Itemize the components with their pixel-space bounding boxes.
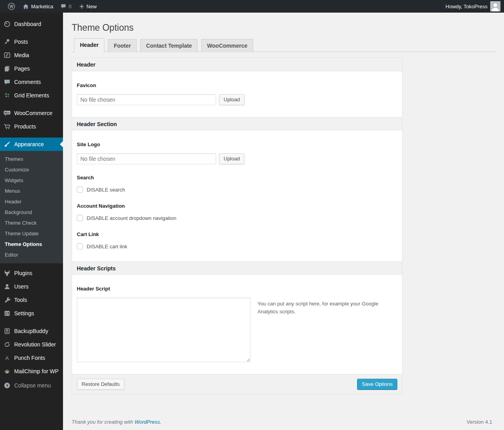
thanks-text: Thank you for creating with WordPress. <box>72 419 161 425</box>
sidebar-item-backupbuddy[interactable]: BackupBuddy <box>0 324 63 338</box>
submenu-item-theme-options[interactable]: Theme Options <box>0 239 63 249</box>
svg-text:A: A <box>6 356 9 361</box>
new-content-menu[interactable]: New <box>75 0 100 13</box>
collapse-arrow-icon <box>3 382 11 389</box>
user-icon <box>3 283 11 290</box>
disable-search-label[interactable]: DISABLE search <box>87 187 125 193</box>
wordpress-link[interactable]: WordPress. <box>135 419 161 425</box>
brush-icon <box>3 140 11 148</box>
sidebar-item-label: Revolution Slider <box>14 341 56 348</box>
header-script-textarea[interactable] <box>77 298 250 362</box>
sidebar-item-users[interactable]: Users <box>0 280 63 293</box>
collapse-menu-label: Collapse menu <box>14 382 51 389</box>
site-logo-file-input[interactable] <box>77 153 216 164</box>
submenu-item-editor[interactable]: Editor <box>0 249 63 260</box>
sidebar-item-comments[interactable]: Comments <box>0 75 63 89</box>
sidebar-item-label: Punch Fonts <box>14 355 45 361</box>
avatar <box>490 1 500 11</box>
refresh-icon <box>3 341 11 348</box>
site-logo-upload-button[interactable]: Upload <box>219 153 245 164</box>
tab-footer[interactable]: Footer <box>108 39 137 52</box>
comments-icon <box>3 78 11 86</box>
dashboard-icon <box>3 20 11 28</box>
favicon-field: Favicon Upload <box>77 82 397 105</box>
collapse-menu-button[interactable]: Collapse menu <box>0 379 63 392</box>
page-footer: Thank you for creating with WordPress. V… <box>63 395 504 425</box>
plus-icon <box>79 4 85 9</box>
submenu-item-widgets[interactable]: Widgets <box>0 175 63 186</box>
submenu-item-customize[interactable]: Customize <box>0 164 63 175</box>
disable-search-checkbox[interactable] <box>77 186 83 193</box>
sidebar-item-label: Tools <box>14 297 27 303</box>
howdy-text: Howdy, TokoPress <box>446 4 487 9</box>
sidebar-item-label: BackupBuddy <box>14 328 48 334</box>
account-menu[interactable]: Howdy, TokoPress <box>446 0 504 13</box>
submenu-item-menus[interactable]: Menus <box>0 186 63 196</box>
tab-header[interactable]: Header <box>74 38 104 52</box>
sidebar-item-woocommerce[interactable]: Woo WooCommerce <box>0 106 63 120</box>
pages-icon <box>3 65 11 73</box>
sidebar-item-label: Pages <box>14 65 30 72</box>
tab-contact-template[interactable]: Contact Template <box>140 39 198 52</box>
sidebar-item-punch-fonts[interactable]: A Punch Fonts <box>0 351 63 365</box>
svg-text:Woo: Woo <box>5 112 10 114</box>
sidebar-item-label: Settings <box>14 310 34 316</box>
sidebar-item-label: Products <box>14 123 36 130</box>
disable-account-nav-label[interactable]: DISABLE account dropdown navigation <box>87 215 176 221</box>
sidebar-item-tools[interactable]: Tools <box>0 293 63 307</box>
submenu-item-background[interactable]: Background <box>0 207 63 218</box>
sidebar-item-dashboard[interactable]: Dashboard <box>0 17 63 31</box>
sidebar-item-label: Plugins <box>14 270 32 276</box>
favicon-upload-button[interactable]: Upload <box>219 94 245 105</box>
home-icon <box>22 3 29 10</box>
sidebar-item-revolution-slider[interactable]: Revolution Slider <box>0 338 63 351</box>
sidebar-item-pages[interactable]: Pages <box>0 62 63 75</box>
restore-defaults-button[interactable]: Restore Defaults <box>77 379 124 390</box>
sidebar-item-label: Users <box>14 283 29 290</box>
wordpress-logo-icon: W <box>7 2 15 10</box>
admin-bar-left: W Marketica 0 New <box>0 0 100 13</box>
sidebar-item-label: WooCommerce <box>14 110 52 116</box>
favicon-label: Favicon <box>77 82 397 88</box>
sidebar-item-grid-elements[interactable]: Grid Elements <box>0 89 63 102</box>
cart-icon <box>3 123 11 130</box>
tab-woocommerce[interactable]: WooCommerce <box>201 39 253 52</box>
media-icon <box>3 51 11 59</box>
pushpin-icon <box>3 38 11 46</box>
site-logo-label: Site Logo <box>77 141 397 147</box>
disable-account-nav-checkbox[interactable] <box>77 215 83 221</box>
section-header-scripts-title: Header Scripts <box>72 261 402 275</box>
submenu-item-theme-check[interactable]: Theme Check <box>0 218 63 228</box>
sidebar-item-plugins[interactable]: Plugins <box>0 266 63 280</box>
sidebar: Dashboard Posts Media Pages Comments Gri… <box>0 13 63 430</box>
disable-cart-link-label[interactable]: DISABLE cart link <box>87 244 127 249</box>
sidebar-item-posts[interactable]: Posts <box>0 35 63 48</box>
site-logo-field: Site Logo Upload <box>77 141 397 164</box>
sidebar-item-settings[interactable]: Settings <box>0 307 63 320</box>
submenu-item-header[interactable]: Header <box>0 196 63 207</box>
sidebar-item-media[interactable]: Media <box>0 48 63 62</box>
submenu-item-theme-update[interactable]: Theme Update <box>0 228 63 239</box>
section-header-title: Header <box>72 58 402 71</box>
comments-menu[interactable]: 0 <box>57 0 75 13</box>
comment-bubble-icon <box>60 3 67 9</box>
site-name-menu[interactable]: Marketica <box>19 0 57 13</box>
save-options-button[interactable]: Save Options <box>357 379 397 390</box>
sidebar-item-label: Appearance <box>14 141 44 147</box>
submenu-item-themes[interactable]: Themes <box>0 154 63 164</box>
disable-cart-link-checkbox[interactable] <box>77 243 83 249</box>
sidebar-item-products[interactable]: Products <box>0 120 63 133</box>
grid-elements-icon <box>3 91 11 99</box>
favicon-file-input[interactable] <box>77 94 216 105</box>
search-label: Search <box>77 175 397 181</box>
svg-text:W: W <box>9 4 13 9</box>
sidebar-item-label: Dashboard <box>14 21 41 27</box>
header-script-help-text: You can put any script here, for example… <box>258 300 380 316</box>
version-text: Version 4.1 <box>467 419 492 425</box>
header-script-field: Header Script You can put any script her… <box>77 286 397 362</box>
letter-a-icon: A <box>3 354 11 362</box>
sidebar-item-mailchimp[interactable]: MailChimp for WP <box>0 365 63 378</box>
wordpress-logo-menu[interactable]: W <box>4 0 19 13</box>
site-name: Marketica <box>31 4 53 9</box>
sidebar-item-appearance[interactable]: Appearance <box>0 138 63 151</box>
